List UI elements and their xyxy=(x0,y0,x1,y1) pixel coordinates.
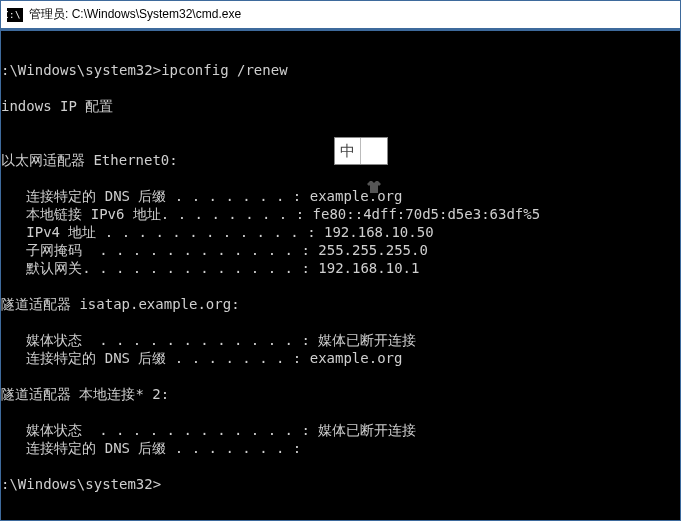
terminal-line: 本地链接 IPv6 地址. . . . . . . . : fe80::4dff… xyxy=(1,206,540,222)
terminal-line: 隧道适配器 本地连接* 2: xyxy=(1,386,169,402)
terminal-area[interactable]: :\Windows\system32>ipconfig /renew indow… xyxy=(1,31,680,520)
ime-mode-button[interactable]: 中 xyxy=(335,138,361,164)
terminal-line: 连接特定的 DNS 后缀 . . . . . . . : example.org xyxy=(1,188,402,204)
terminal-line: 连接特定的 DNS 后缀 . . . . . . . : example.org xyxy=(1,350,402,366)
cmd-icon: C:\. xyxy=(7,8,23,22)
ime-toolbar[interactable]: 中 xyxy=(334,137,388,165)
terminal-line: :\Windows\system32> xyxy=(1,476,161,492)
terminal-line: 默认网关. . . . . . . . . . . . . : 192.168.… xyxy=(1,260,419,276)
cmd-window: C:\. 管理员: C:\Windows\System32\cmd.exe :\… xyxy=(0,0,681,521)
terminal-line: :\Windows\system32>ipconfig /renew xyxy=(1,62,288,78)
ime-skin-button[interactable] xyxy=(361,138,387,164)
window-title: 管理员: C:\Windows\System32\cmd.exe xyxy=(29,6,241,23)
terminal-line: indows IP 配置 xyxy=(1,98,113,114)
terminal-line: 隧道适配器 isatap.example.org: xyxy=(1,296,240,312)
terminal-line: 连接特定的 DNS 后缀 . . . . . . . : xyxy=(1,440,301,456)
tshirt-icon xyxy=(366,144,382,158)
terminal-line: 以太网适配器 Ethernet0: xyxy=(1,152,178,168)
terminal-line: 子网掩码 . . . . . . . . . . . . : 255.255.2… xyxy=(1,242,428,258)
terminal-line: 媒体状态 . . . . . . . . . . . . : 媒体已断开连接 xyxy=(1,422,416,438)
terminal-line: 媒体状态 . . . . . . . . . . . . : 媒体已断开连接 xyxy=(1,332,416,348)
title-bar[interactable]: C:\. 管理员: C:\Windows\System32\cmd.exe xyxy=(1,1,680,29)
